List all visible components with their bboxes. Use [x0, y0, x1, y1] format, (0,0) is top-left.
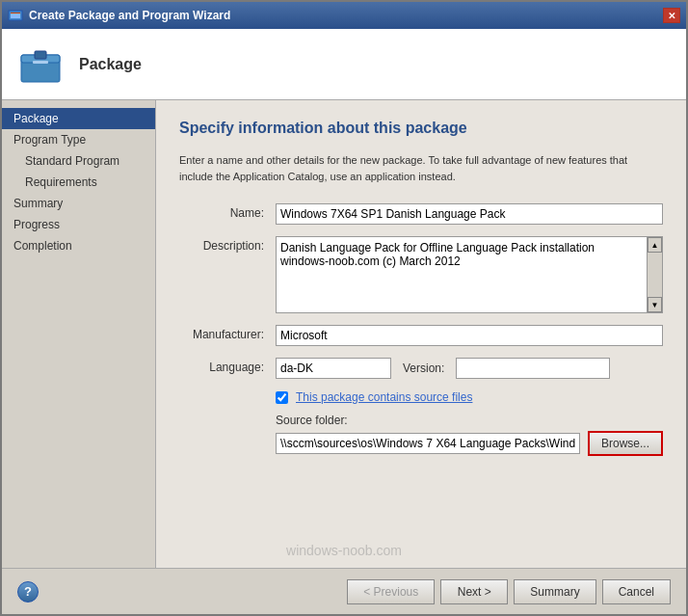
source-folder-static-label: Source folder:	[276, 414, 663, 427]
wizard-window: Create Package and Program Wizard ✕ Pack…	[0, 0, 688, 616]
sidebar-item-requirements[interactable]: Requirements	[2, 172, 155, 193]
name-control	[276, 203, 663, 225]
manufacturer-row: Manufacturer:	[179, 325, 663, 346]
footer-right: < Previous Next > Summary Cancel	[347, 579, 671, 604]
source-files-checkbox[interactable]	[276, 391, 288, 404]
sidebar-item-package[interactable]: Package	[2, 108, 155, 129]
main-title: Specify information about this package	[179, 120, 663, 137]
name-label: Name:	[179, 203, 276, 220]
svg-rect-6	[33, 61, 48, 64]
footer: ? < Previous Next > Summary Cancel	[2, 568, 686, 614]
manufacturer-input[interactable]	[276, 325, 663, 346]
title-bar: Create Package and Program Wizard ✕	[2, 2, 686, 29]
checkbox-row: This package contains source files	[276, 390, 663, 404]
source-folder-input[interactable]	[276, 433, 580, 454]
description-row: Description: Danish Language Pack for Of…	[179, 236, 663, 313]
main-content: Specify information about this package E…	[156, 100, 686, 568]
version-input[interactable]	[456, 358, 610, 379]
next-button[interactable]: Next >	[440, 579, 508, 604]
sidebar-item-standard-program[interactable]: Standard Program	[2, 150, 155, 172]
sidebar-item-progress[interactable]: Progress	[2, 214, 155, 235]
language-input[interactable]	[276, 358, 391, 379]
description-label: Description:	[179, 236, 276, 253]
language-label: Language:	[179, 358, 276, 374]
browse-button[interactable]: Browse...	[588, 431, 663, 456]
package-icon	[17, 41, 64, 88]
cancel-button[interactable]: Cancel	[602, 579, 671, 604]
language-version-control: Version:	[276, 358, 663, 379]
svg-rect-5	[35, 51, 46, 59]
name-input[interactable]	[276, 203, 663, 225]
header-title: Package	[79, 56, 142, 73]
description-textarea[interactable]: Danish Language Pack for Offline Languag…	[276, 236, 648, 313]
manufacturer-control	[276, 325, 663, 346]
sidebar: Package Program Type Standard Program Re…	[2, 100, 156, 568]
description-control: Danish Language Pack for Offline Languag…	[276, 236, 663, 313]
textarea-wrapper: Danish Language Pack for Offline Languag…	[276, 236, 663, 313]
description-scrollbar[interactable]: ▲ ▼	[648, 236, 663, 313]
sidebar-item-completion[interactable]: Completion	[2, 235, 155, 256]
previous-button[interactable]: < Previous	[347, 579, 435, 604]
close-button[interactable]: ✕	[663, 8, 680, 23]
language-version-row: Language: Version:	[179, 358, 663, 379]
title-bar-left: Create Package and Program Wizard	[8, 8, 230, 23]
header-bar: Package	[2, 29, 686, 100]
source-files-label[interactable]: This package contains source files	[296, 390, 472, 404]
source-folder-input-row: Browse...	[276, 431, 663, 456]
name-row: Name:	[179, 203, 663, 225]
content-area: Package Program Type Standard Program Re…	[2, 100, 686, 568]
help-button[interactable]: ?	[17, 581, 39, 603]
info-text: Enter a name and other details for the n…	[179, 152, 663, 184]
scroll-down-arrow[interactable]: ▼	[648, 297, 662, 312]
half-row: Version:	[276, 358, 663, 379]
svg-rect-2	[11, 13, 20, 13]
version-label: Version:	[403, 362, 444, 375]
summary-button[interactable]: Summary	[514, 579, 595, 604]
scroll-up-arrow[interactable]: ▲	[648, 237, 662, 253]
window-title: Create Package and Program Wizard	[29, 9, 230, 22]
window-icon	[8, 8, 23, 23]
manufacturer-label: Manufacturer:	[179, 325, 276, 341]
footer-left: ?	[17, 581, 39, 603]
sidebar-item-summary[interactable]: Summary	[2, 193, 155, 214]
sidebar-item-program-type[interactable]: Program Type	[2, 129, 155, 150]
